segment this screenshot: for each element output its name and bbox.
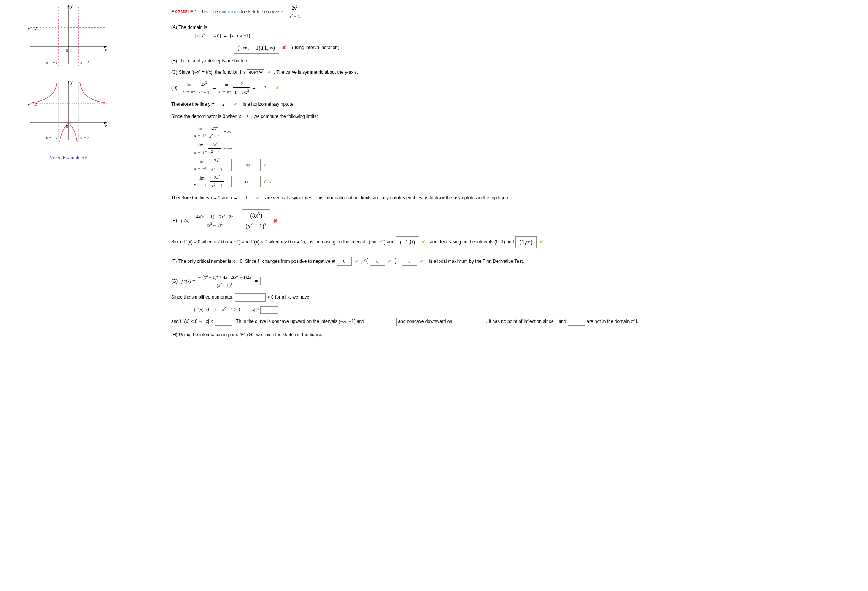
svg-marker-3: [67, 5, 70, 7]
svg-text:y: y: [70, 3, 73, 9]
G-up-interval[interactable]: [366, 318, 397, 326]
graph-2: 0 x y y = 2 x = −1 x = 1: [25, 79, 112, 144]
G-numerator-box[interactable]: [235, 293, 266, 302]
G-since-pre: Since the simplified numerator,: [171, 294, 235, 300]
part-G: (G) f ''(x) = −4(x2 − 1)2 + 4x · 2(x2 − …: [171, 273, 860, 289]
E-since-mid: and decreasing on the intervals (0, 1) a…: [430, 239, 514, 245]
G-and-pre: and f ''(x) < 0 ↔ |x| <: [171, 319, 215, 324]
F-farg[interactable]: 0: [370, 257, 385, 266]
F-post: is a local maximum by the First Derivati…: [428, 259, 524, 264]
G-thus: . Thus the curve is concave upward on th…: [234, 319, 366, 324]
svg-text:x: x: [104, 47, 107, 52]
video-example-link-row: Video Example: [15, 155, 122, 161]
E-since: Since f '(x) > 0 when x < 0 (x ≠ −1) and…: [171, 236, 860, 248]
G-fpp: f ''(x) =: [181, 278, 195, 283]
check-icon: ✔: [420, 258, 424, 265]
D-limits-block: limx → 1⁺ 2x2x2 − 1 = ∞ limx → 1⁻ 2x2x2 …: [194, 124, 860, 190]
F-zero2[interactable]: 0: [402, 257, 417, 266]
G-since-post: > 0 for all x, we have: [267, 294, 309, 300]
part-E: (E) f '(x) = 4x(x2 − 1) − 2x2 · 2x (x2 −…: [171, 209, 860, 232]
va-post: are vertical asymptotes. This informatio…: [264, 195, 511, 200]
G-absx1[interactable]: [260, 306, 278, 314]
svg-text:0: 0: [66, 48, 68, 52]
check-icon: ✔: [267, 69, 271, 76]
check-icon: ✔: [234, 101, 237, 108]
svg-text:x = −1: x = −1: [46, 60, 58, 65]
D-since: Since the denominator is 0 when x = ±1, …: [171, 113, 860, 120]
check-icon: ✔: [539, 238, 543, 246]
G-inflect-post: are not in the domain of f.: [587, 319, 638, 324]
part-A: (A) The domain is {x | x2 − 1 ≠ 0} = {x …: [171, 24, 860, 54]
C-post: . The curve is symmetric about the y-axi…: [274, 70, 358, 75]
l4-answer[interactable]: ∞: [231, 176, 261, 188]
A-answer-box[interactable]: (−∞, − 1),(1,∞): [234, 42, 279, 54]
video-example-link[interactable]: Video Example: [50, 155, 81, 160]
E-interval2[interactable]: (1,∞): [515, 236, 537, 248]
svg-text:x = −1: x = −1: [46, 135, 58, 140]
D-therefore: Therefore the line y = 2 ✔ is a horizont…: [171, 100, 860, 109]
figures-column: 0 x y y = 2 x = −1 x = 1 0 x: [15, 0, 122, 342]
check-icon: ✔: [388, 258, 391, 265]
intro-pre: Use the: [202, 9, 219, 14]
G-down: and concave downward on: [398, 319, 453, 324]
E-answer-box[interactable]: (8x3)(x2 − 1)2: [242, 209, 270, 232]
svg-text:x: x: [104, 123, 107, 129]
intro-post: to sketch the curve: [240, 9, 280, 14]
example-header: EXAMPLE 1 Use the guidelines to sketch t…: [171, 4, 860, 20]
svg-text:y: y: [70, 79, 73, 85]
sound-icon: [82, 155, 87, 161]
check-icon: ✔: [276, 84, 280, 92]
F-mid1: , f: [361, 259, 365, 264]
check-icon: ✔: [355, 258, 359, 265]
cross-icon: ✘: [273, 217, 278, 225]
part-D: (D) limx → ±∞ 2x2x2 − 1 = limx → ±∞ 21 −…: [171, 80, 860, 96]
svg-text:x = 1: x = 1: [80, 60, 89, 65]
D-ha-answer[interactable]: 2: [216, 100, 231, 109]
G-absx2[interactable]: [215, 318, 232, 326]
curve-fraction: 2x2 x2 − 1: [288, 4, 301, 20]
svg-text:y = 2: y = 2: [27, 26, 37, 30]
check-icon: ✔: [422, 238, 426, 246]
G-simplified[interactable]: [260, 277, 291, 285]
C-pre: (C) Since f(−x) = f(x), the function f i…: [171, 70, 246, 75]
content-column: EXAMPLE 1 Use the guidelines to sketch t…: [122, 0, 860, 342]
F-zero1[interactable]: 0: [337, 257, 352, 266]
part-B: (B) The x- and y-intercepts are both 0.: [171, 57, 860, 65]
A-label: (A) The domain is: [171, 24, 860, 31]
E-label: (E): [171, 218, 177, 223]
G-label: (G): [171, 278, 178, 283]
G-and: and f ''(x) < 0 ↔ |x| < . Thus the curve…: [171, 318, 860, 326]
curve-eq-lhs: y =: [281, 9, 287, 14]
part-C: (C) Since f(−x) = f(x), the function f i…: [171, 69, 860, 76]
D-va: Therefore the lines x = 1 and x = -1 ✔ a…: [171, 194, 860, 202]
check-icon: ✔: [256, 194, 260, 202]
symmetry-select[interactable]: even: [247, 69, 264, 75]
va-answer[interactable]: -1: [238, 194, 253, 202]
D-label: (D): [171, 85, 178, 91]
E-interval1[interactable]: (−1,0): [396, 236, 419, 248]
l3-answer[interactable]: −∞: [231, 159, 261, 171]
G-line: f ''(x) > 0 ↔ x2 − 1 > 0 ↔ |x| >: [194, 305, 860, 314]
A-note: (using interval notation).: [292, 45, 340, 50]
period: .: [302, 9, 304, 14]
F-pre: (F) The only critical number is x = 0. S…: [171, 259, 337, 264]
E-period: .: [547, 239, 548, 245]
D-th-pre: Therefore the line y =: [171, 102, 216, 107]
G-down-interval[interactable]: [454, 318, 485, 326]
guidelines-link[interactable]: guidelines: [219, 9, 240, 14]
graph-1: 0 x y y = 2 x = −1 x = 1: [25, 3, 112, 68]
l2-rhs: = −∞: [224, 146, 233, 151]
G-since: Since the simplified numerator, > 0 for …: [171, 293, 860, 302]
svg-text:y = 2: y = 2: [27, 102, 37, 106]
check-icon: ✔: [263, 162, 267, 169]
l1-rhs: = ∞: [224, 129, 231, 135]
D-limit-answer[interactable]: 2: [258, 84, 273, 92]
example-label: EXAMPLE 1: [171, 9, 197, 14]
svg-text:x = 1: x = 1: [80, 135, 89, 140]
G-inflect-val[interactable]: [568, 318, 585, 326]
cross-icon: ✘: [282, 43, 286, 52]
svg-marker-16: [67, 81, 70, 83]
part-F: (F) The only critical number is x = 0. S…: [171, 255, 860, 266]
G-inflect-pre: . It has no point of inflection since 1 …: [486, 319, 568, 324]
va-pre: Therefore the lines x = 1 and x =: [171, 195, 238, 200]
